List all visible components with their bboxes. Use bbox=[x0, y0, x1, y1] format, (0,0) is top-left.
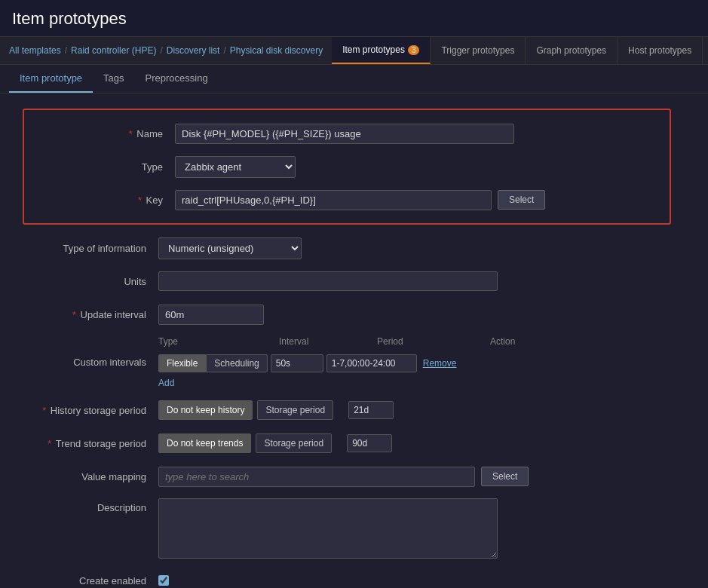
create-enabled-label: Create enabled bbox=[23, 575, 158, 586]
intervals-add-row: Add bbox=[158, 377, 550, 388]
name-label: * Name bbox=[39, 128, 175, 139]
type-info-label: Type of information bbox=[23, 243, 158, 254]
sub-tabs: Item prototype Tags Preprocessing bbox=[0, 65, 708, 93]
page-title: Item prototypes bbox=[12, 9, 696, 29]
key-input-row: Select bbox=[175, 190, 545, 210]
main-content: * Name Type Zabbix agent Zabbix agent (a… bbox=[0, 93, 708, 588]
intervals-content: Type Interval Period Action Flexible Sch… bbox=[158, 336, 550, 388]
units-input[interactable] bbox=[158, 271, 498, 291]
description-row: Description bbox=[23, 498, 671, 559]
create-enabled-checkbox-label[interactable] bbox=[158, 575, 169, 586]
value-mapping-select-button[interactable]: Select bbox=[481, 467, 529, 486]
normal-form-rows: Type of information Numeric (unsigned) N… bbox=[23, 237, 671, 588]
trend-storage-period-btn[interactable]: Storage period bbox=[256, 433, 332, 453]
update-interval-input[interactable] bbox=[158, 305, 264, 325]
type-select[interactable]: Zabbix agent Zabbix agent (active) SNMP … bbox=[175, 156, 296, 178]
key-label: * Key bbox=[39, 194, 175, 206]
tab-host-prototypes[interactable]: Host prototypes bbox=[618, 37, 703, 64]
breadcrumb: All templates / Raid controller (HPE) / … bbox=[0, 37, 332, 64]
custom-intervals-row: Custom intervals Type Interval Period Ac… bbox=[23, 336, 671, 388]
interval-scheduling-btn[interactable]: Scheduling bbox=[206, 354, 267, 372]
tab-item-prototypes[interactable]: Item prototypes 3 bbox=[332, 37, 431, 64]
units-label: Units bbox=[23, 276, 158, 287]
intervals-col-period: Period bbox=[377, 336, 490, 347]
update-interval-label: * Update interval bbox=[23, 309, 158, 320]
breadcrumb-physical-disk[interactable]: Physical disk discovery bbox=[230, 45, 323, 56]
type-row: Type Zabbix agent Zabbix agent (active) … bbox=[39, 155, 654, 178]
form-container: * Name Type Zabbix agent Zabbix agent (a… bbox=[23, 109, 671, 588]
trend-storage-controls: Do not keep trends Storage period bbox=[158, 433, 392, 453]
units-row: Units bbox=[23, 270, 671, 292]
page-header: Item prototypes bbox=[0, 0, 708, 37]
item-prototypes-badge: 3 bbox=[408, 45, 420, 55]
interval-value-input[interactable] bbox=[271, 354, 323, 372]
type-of-information-row: Type of information Numeric (unsigned) N… bbox=[23, 237, 671, 259]
value-mapping-row: Value mapping Select bbox=[23, 465, 671, 488]
name-row: * Name bbox=[39, 122, 654, 145]
key-select-button[interactable]: Select bbox=[498, 190, 545, 210]
description-label: Description bbox=[23, 498, 158, 513]
type-label: Type bbox=[39, 161, 175, 173]
history-storage-controls: Do not keep history Storage period bbox=[158, 400, 394, 420]
name-input[interactable] bbox=[175, 124, 514, 144]
key-row: * Key Select bbox=[39, 188, 654, 211]
intervals-add-button[interactable]: Add bbox=[158, 378, 174, 388]
interval-period-input[interactable] bbox=[326, 354, 417, 372]
sub-tab-tags[interactable]: Tags bbox=[93, 65, 134, 93]
update-interval-row: * Update interval bbox=[23, 303, 671, 326]
create-enabled-row: Create enabled bbox=[23, 569, 671, 588]
custom-intervals-label: Custom intervals bbox=[23, 357, 158, 368]
breadcrumb-raid-controller[interactable]: Raid controller (HPE) bbox=[71, 45, 156, 56]
interval-row-1: Flexible Scheduling Remove bbox=[158, 354, 550, 372]
history-label: * History storage period bbox=[23, 405, 158, 416]
history-do-not-keep-btn[interactable]: Do not keep history bbox=[158, 400, 253, 420]
breadcrumb-discovery-list[interactable]: Discovery list bbox=[167, 45, 220, 56]
key-input[interactable] bbox=[175, 190, 492, 210]
interval-type-buttons: Flexible Scheduling bbox=[158, 354, 268, 372]
value-mapping-label: Value mapping bbox=[23, 471, 158, 482]
value-mapping-input[interactable] bbox=[158, 467, 475, 487]
breadcrumb-sep-2: / bbox=[160, 45, 162, 56]
trend-period-input[interactable] bbox=[347, 434, 392, 452]
sub-tab-preprocessing[interactable]: Preprocessing bbox=[135, 65, 219, 93]
breadcrumb-sep-3: / bbox=[223, 45, 225, 56]
history-storage-period-btn[interactable]: Storage period bbox=[257, 400, 333, 420]
trend-label: * Trend storage period bbox=[23, 438, 158, 449]
trend-storage-row: * Trend storage period Do not keep trend… bbox=[23, 432, 671, 455]
tab-trigger-prototypes[interactable]: Trigger prototypes bbox=[431, 37, 526, 64]
breadcrumb-sep-1: / bbox=[65, 45, 67, 56]
breadcrumb-all-templates[interactable]: All templates bbox=[9, 45, 61, 56]
intervals-header: Type Interval Period Action bbox=[158, 336, 550, 347]
breadcrumb-nav: All templates / Raid controller (HPE) / … bbox=[0, 37, 708, 65]
history-storage-row: * History storage period Do not keep his… bbox=[23, 399, 671, 421]
description-textarea[interactable] bbox=[158, 498, 498, 559]
tab-graph-prototypes[interactable]: Graph prototypes bbox=[526, 37, 618, 64]
intervals-col-interval: Interval bbox=[279, 336, 377, 347]
sub-tab-item-prototype[interactable]: Item prototype bbox=[9, 65, 93, 93]
interval-remove-button[interactable]: Remove bbox=[420, 355, 460, 372]
type-info-select[interactable]: Numeric (unsigned) Numeric (float) Chara… bbox=[158, 237, 302, 259]
intervals-col-type: Type bbox=[158, 336, 279, 347]
create-enabled-checkbox[interactable] bbox=[158, 575, 169, 586]
highlighted-section: * Name Type Zabbix agent Zabbix agent (a… bbox=[23, 109, 671, 225]
intervals-col-action: Action bbox=[490, 336, 550, 347]
interval-flexible-btn[interactable]: Flexible bbox=[158, 354, 206, 372]
history-period-input[interactable] bbox=[348, 401, 394, 419]
trend-do-not-keep-btn[interactable]: Do not keep trends bbox=[158, 433, 251, 453]
value-mapping-controls: Select bbox=[158, 467, 529, 487]
